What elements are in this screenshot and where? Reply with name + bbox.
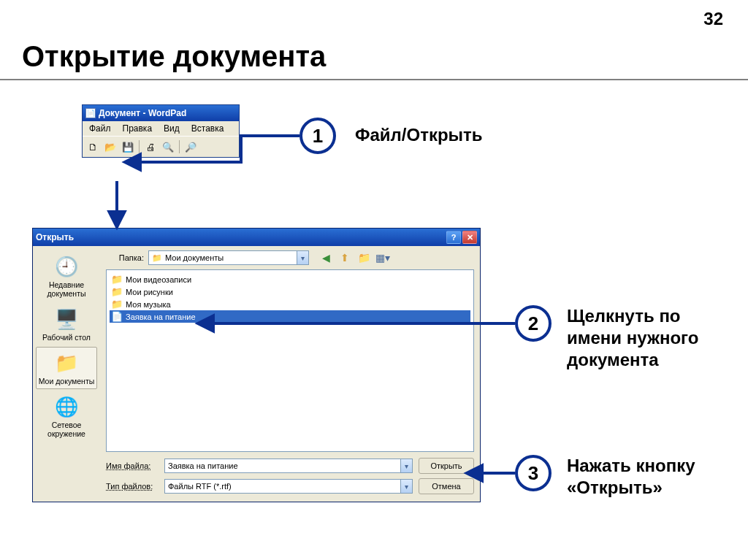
list-item-selected[interactable]: 📄 Заявка на питание [110,310,470,323]
toolbar-separator [139,140,140,153]
lookin-value: Мои документы [165,253,224,262]
filetype-label: Тип файлов: [106,482,159,491]
menu-file[interactable]: Файл [84,123,116,134]
step-badge-2: 2 [515,305,552,342]
page-title: Открытие документа [22,40,326,73]
preview-icon[interactable]: 🔍 [160,139,176,155]
dialog-main: Папка: 📁 Мои документы ▾ ◀ ⬆ 📁 ▦▾ 📁 Мои … [100,246,480,502]
step-badge-1: 1 [299,118,336,154]
wordpad-app-icon: 📄 [85,108,96,118]
folder-icon: 📁 [152,253,162,263]
filename-value: Заявка на питание [168,461,238,470]
step-text-3: Нажать кнопку «Открыть» [567,455,728,499]
menu-view[interactable]: Вид [159,123,185,134]
list-item[interactable]: 📁 Моя музыка [110,298,470,310]
place-recent[interactable]: 🕘 Недавние документы [36,250,97,302]
lookin-row: Папка: 📁 Мои документы ▾ ◀ ⬆ 📁 ▦▾ [100,246,480,269]
filetype-combo[interactable]: Файлы RTF (*.rtf) ▾ [164,479,413,494]
title-divider [0,79,748,80]
file-name: Мои рисунки [126,288,173,296]
recent-icon: 🕘 [54,254,79,279]
folder-icon: 📁 [111,286,123,297]
place-network[interactable]: 🌐 Сетевое окружение [36,391,97,442]
wordpad-menubar: Файл Правка Вид Вставка [83,121,239,136]
up-icon[interactable]: ⬆ [337,250,353,265]
close-button[interactable]: ✕ [462,231,477,244]
wordpad-window: 📄 Документ - WordPad Файл Правка Вид Вст… [82,104,240,158]
filetype-value: Файлы RTF (*.rtf) [168,482,232,491]
dialog-title: Открыть [36,232,74,242]
place-label: Мои документы [39,377,95,386]
lookin-label: Папка: [104,253,144,262]
network-icon: 🌐 [54,394,79,419]
file-name: Заявка на питание [126,312,196,321]
mydocs-icon: 📁 [54,350,79,375]
page-number: 32 [703,9,723,29]
menu-insert[interactable]: Вставка [186,123,229,134]
file-list[interactable]: 📁 Мои видеозаписи 📁 Мои рисунки 📁 Моя му… [106,269,474,452]
bottom-rows: Имя файла: Заявка на питание ▾ Открыть Т… [100,452,480,502]
place-label: Сетевое окружение [38,421,95,438]
file-name: Моя музыка [126,300,171,309]
toolbar-separator [179,140,180,153]
open-button[interactable]: Открыть [419,458,474,474]
wordpad-titlebar: 📄 Документ - WordPad [83,105,239,121]
list-item[interactable]: 📁 Мои видеозаписи [110,273,470,285]
open-icon[interactable]: 📂 [102,139,118,155]
save-icon[interactable]: 💾 [120,139,136,155]
help-button[interactable]: ? [446,231,461,244]
place-label: Рабочий стол [42,333,91,342]
nav-icons: ◀ ⬆ 📁 ▦▾ [318,250,391,265]
desktop-icon: 🖥️ [54,307,79,331]
step-text-2: Щелкнуть по имени нужного документа [567,305,728,371]
filename-combo[interactable]: Заявка на питание ▾ [164,459,413,473]
chevron-down-icon[interactable]: ▾ [400,480,412,493]
step-text-1: Файл/Открыть [355,124,483,146]
print-icon[interactable]: 🖨 [142,139,159,155]
place-mydocs[interactable]: 📁 Мои документы [36,347,97,389]
place-desktop[interactable]: 🖥️ Рабочий стол [36,303,97,345]
menu-edit[interactable]: Правка [118,123,158,134]
cancel-button[interactable]: Отмена [419,478,474,494]
open-dialog: Открыть ? ✕ 🕘 Недавние документы 🖥️ Рабо… [32,228,481,502]
document-icon: 📄 [111,311,123,322]
list-item[interactable]: 📁 Мои рисунки [110,285,470,298]
place-label: Недавние документы [38,280,95,298]
folder-icon: 📁 [111,299,123,310]
new-icon[interactable]: 🗋 [85,139,101,155]
chevron-down-icon[interactable]: ▾ [297,251,308,264]
find-icon[interactable]: 🔎 [183,139,199,155]
step-badge-3: 3 [515,455,552,491]
wordpad-toolbar: 🗋 📂 💾 🖨 🔍 🔎 [83,136,239,157]
dialog-body: 🕘 Недавние документы 🖥️ Рабочий стол 📁 М… [33,246,480,502]
back-icon[interactable]: ◀ [318,250,334,265]
lookin-combo[interactable]: 📁 Мои документы ▾ [148,250,309,265]
dialog-titlebar: Открыть ? ✕ [33,229,480,246]
newfolder-icon[interactable]: 📁 [356,250,372,265]
wordpad-title: Документ - WordPad [99,108,186,118]
folder-icon: 📁 [111,274,123,285]
viewmenu-icon[interactable]: ▦▾ [375,250,391,265]
file-name: Мои видеозаписи [126,275,191,284]
places-bar: 🕘 Недавние документы 🖥️ Рабочий стол 📁 М… [33,246,100,502]
chevron-down-icon[interactable]: ▾ [400,459,412,472]
filename-label: Имя файла: [106,461,159,470]
